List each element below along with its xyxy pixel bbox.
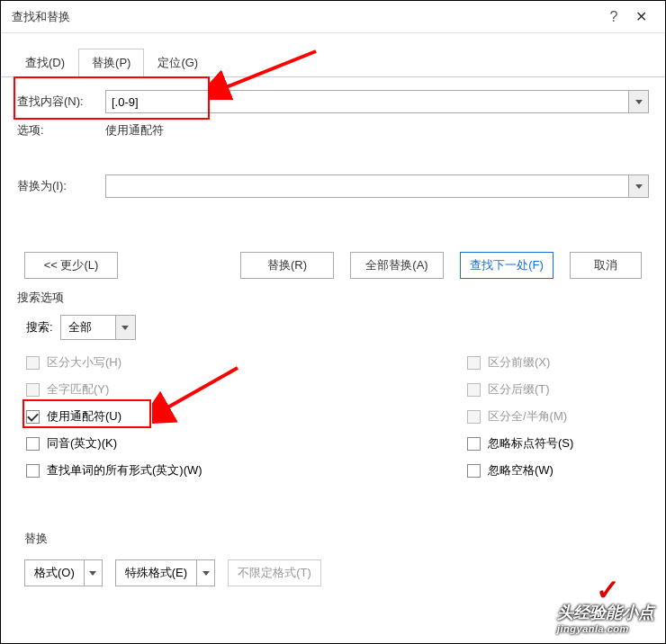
check-whole-word: 全字匹配(Y) <box>26 376 467 403</box>
replace-input[interactable] <box>106 175 628 197</box>
checkbox-columns: 区分大小写(H) 全字匹配(Y) 使用通配符(U) 同音(英文)(K) 查找单词… <box>26 349 649 484</box>
checkbox-icon[interactable] <box>26 410 40 424</box>
replace-all-button[interactable]: 全部替换(A) <box>350 252 444 279</box>
check-match-case: 区分大小写(H) <box>26 349 467 376</box>
main-panel: 查找内容(N): [.0-9] 选项: 使用通配符 替换为(I): << 更少(… <box>1 77 665 599</box>
check-label: 同音(英文)(K) <box>47 435 117 452</box>
checkbox-column-left: 区分大小写(H) 全字匹配(Y) 使用通配符(U) 同音(英文)(K) 查找单词… <box>26 349 467 484</box>
chevron-down-icon <box>635 184 643 189</box>
help-icon[interactable]: ? <box>600 9 627 25</box>
check-full-half-width: 区分全/半角(M) <box>467 403 649 430</box>
search-direction-label: 搜索: <box>26 319 53 335</box>
replace-row: 替换为(I): <box>17 174 649 198</box>
find-row: 查找内容(N): [.0-9] <box>17 90 649 113</box>
replace-label: 替换为(I): <box>17 178 105 194</box>
cancel-button[interactable]: 取消 <box>570 252 642 279</box>
checkbox-icon <box>26 383 40 397</box>
tab-bar: 查找(D) 替换(P) 定位(G) <box>1 48 665 77</box>
close-icon[interactable]: ✕ <box>627 8 654 25</box>
check-ignore-punctuation[interactable]: 忽略标点符号(S) <box>467 430 649 457</box>
check-suffix: 区分后缀(T) <box>467 376 649 403</box>
check-prefix: 区分前缀(X) <box>467 349 649 376</box>
check-label: 区分全/半角(M) <box>488 408 567 425</box>
options-label: 选项: <box>17 122 105 139</box>
no-format-label: 不限定格式(T) <box>229 565 320 581</box>
check-label: 区分前缀(X) <box>488 354 550 371</box>
checkbox-icon[interactable] <box>467 437 481 451</box>
special-button[interactable]: 特殊格式(E) <box>115 559 215 586</box>
bottom-buttons: 格式(O) 特殊格式(E) 不限定格式(T) <box>24 559 642 586</box>
check-sounds-like[interactable]: 同音(英文)(K) <box>26 430 467 457</box>
search-options-title: 搜索选项 <box>17 290 649 306</box>
checkbox-icon <box>467 383 481 397</box>
check-ignore-spaces[interactable]: 忽略空格(W) <box>467 457 649 484</box>
watermark-main: 头经验能小点 <box>557 604 654 622</box>
format-label: 格式(O) <box>25 565 84 581</box>
search-direction-dropdown[interactable] <box>115 316 135 339</box>
dropdown-arrow-icon <box>196 560 214 586</box>
chevron-down-icon <box>122 326 129 330</box>
search-direction-value: 全部 <box>61 319 115 335</box>
special-label: 特殊格式(E) <box>116 565 196 581</box>
button-row: << 更少(L) 替换(R) 全部替换(A) 查找下一处(F) 取消 <box>17 252 649 279</box>
no-format-button: 不限定格式(T) <box>228 559 321 586</box>
less-button[interactable]: << 更少(L) <box>24 252 118 279</box>
check-label: 区分后缀(T) <box>488 381 550 398</box>
checkbox-icon[interactable] <box>26 437 40 451</box>
titlebar: 查找和替换 ? ✕ <box>1 1 665 33</box>
replace-section-title: 替换 <box>24 531 642 547</box>
options-value: 使用通配符 <box>105 122 164 139</box>
search-options-section: 搜索选项 搜索: 全部 区分大小写(H) 全字匹配(Y) <box>17 290 649 484</box>
tab-find[interactable]: 查找(D) <box>12 49 78 77</box>
tab-replace[interactable]: 替换(P) <box>78 49 144 77</box>
check-label: 忽略空格(W) <box>488 462 554 479</box>
checkbox-icon <box>467 410 481 424</box>
check-label: 使用通配符(U) <box>47 408 122 425</box>
find-input[interactable]: [.0-9] <box>106 91 628 112</box>
find-label: 查找内容(N): <box>17 94 105 110</box>
search-direction-row: 搜索: 全部 <box>26 315 649 340</box>
replace-dropdown-button[interactable] <box>628 175 648 197</box>
chevron-down-icon <box>635 100 643 104</box>
watermark-sub: jingyanla.com <box>557 623 654 634</box>
check-label: 查找单词的所有形式(英文)(W) <box>47 462 202 479</box>
find-input-combo[interactable]: [.0-9] <box>105 90 649 113</box>
checkbox-column-right: 区分前缀(X) 区分后缀(T) 区分全/半角(M) 忽略标点符号(S) 忽略空格… <box>467 349 649 484</box>
check-label: 区分大小写(H) <box>47 354 122 371</box>
checkbox-icon[interactable] <box>467 464 481 478</box>
watermark: 头经验能小点 jingyanla.com <box>557 602 654 634</box>
check-word-forms[interactable]: 查找单词的所有形式(英文)(W) <box>26 457 467 484</box>
search-direction-select[interactable]: 全部 <box>60 315 136 340</box>
check-use-wildcards[interactable]: 使用通配符(U) <box>26 403 467 430</box>
tab-goto[interactable]: 定位(G) <box>144 49 212 77</box>
window-title: 查找和替换 <box>12 9 600 25</box>
replace-button[interactable]: 替换(R) <box>240 252 334 279</box>
replace-section: 替换 格式(O) 特殊格式(E) 不限定格式(T) <box>17 531 649 586</box>
dropdown-arrow-icon <box>84 560 102 586</box>
check-label: 全字匹配(Y) <box>47 381 109 398</box>
checkbox-icon <box>467 356 481 370</box>
checkbox-icon[interactable] <box>26 464 40 478</box>
format-button[interactable]: 格式(O) <box>24 559 103 586</box>
options-row: 选项: 使用通配符 <box>17 122 649 139</box>
checkbox-icon <box>26 356 40 370</box>
find-dropdown-button[interactable] <box>628 91 648 112</box>
check-label: 忽略标点符号(S) <box>488 435 573 452</box>
replace-input-combo[interactable] <box>105 174 649 198</box>
find-next-button[interactable]: 查找下一处(F) <box>460 252 554 279</box>
